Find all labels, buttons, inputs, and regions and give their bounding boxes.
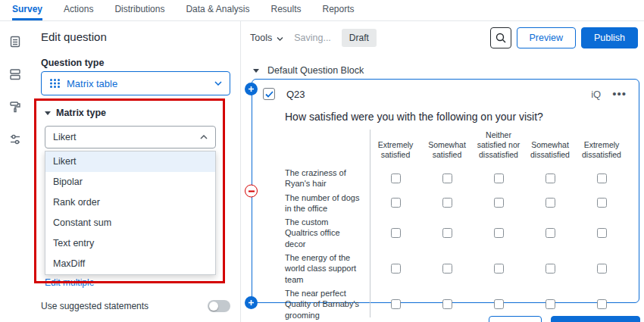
icon-rail <box>0 21 30 322</box>
remove-question-button[interactable] <box>245 185 258 198</box>
matrix-checkbox[interactable] <box>597 228 607 238</box>
search-button[interactable] <box>490 27 511 48</box>
matrix-cell <box>576 166 627 191</box>
matrix-cell <box>421 166 473 191</box>
matrix-type-option-bipolar[interactable]: Bipolar <box>45 172 215 192</box>
toggle-knob <box>209 302 218 311</box>
qualtrics-survey-editor: SurveyActionsDistributionsData & Analysi… <box>0 0 644 322</box>
matrix-statement[interactable]: The energy of the world class support te… <box>285 251 370 286</box>
minus-icon <box>249 190 255 192</box>
matrix-type-option-likert[interactable]: Likert <box>45 152 215 172</box>
question-type-label: Question type <box>41 58 104 68</box>
top-nav: SurveyActionsDistributionsData & Analysi… <box>0 0 644 21</box>
matrix-statement[interactable]: The custom Qualtrics office decor <box>285 215 370 251</box>
matrix-cell <box>370 215 421 251</box>
matrix-checkbox[interactable] <box>494 264 504 274</box>
matrix-checkbox[interactable] <box>391 264 401 274</box>
matrix-type-select[interactable]: Likert <box>45 126 216 148</box>
search-icon <box>496 33 506 43</box>
matrix-checkbox[interactable] <box>546 299 555 309</box>
survey-options-icon[interactable] <box>5 130 25 149</box>
matrix-checkbox[interactable] <box>494 299 504 309</box>
matrix-corner-cell <box>285 130 370 166</box>
toolbar-right: Preview Publish <box>490 27 638 48</box>
matrix-statement[interactable]: The near perfect Quality of Barnaby's gr… <box>285 286 370 322</box>
matrix-type-option-rank-order[interactable]: Rank order <box>45 192 215 213</box>
matrix-checkbox[interactable] <box>391 198 401 208</box>
add-new-question-button-clipped[interactable] <box>551 316 640 322</box>
saving-status: Saving... <box>294 33 331 43</box>
matrix-cell <box>524 166 576 191</box>
question-block-header: Default Question Block <box>253 65 364 76</box>
matrix-statement[interactable]: The number of dogs in the office <box>285 191 370 216</box>
matrix-checkbox[interactable] <box>597 198 607 208</box>
matrix-checkbox[interactable] <box>391 228 401 238</box>
question-text[interactable]: How satisfied were you with the followin… <box>285 111 627 123</box>
matrix-checkbox[interactable] <box>442 228 452 238</box>
matrix-column-header[interactable]: Neither satisfied nor dissatisfied <box>473 130 524 166</box>
tools-menu-button[interactable]: Tools <box>250 33 283 43</box>
matrix-column-header[interactable]: Somewhat satisfied <box>421 130 473 166</box>
matrix-cell <box>421 191 473 216</box>
nav-reports[interactable]: Reports <box>322 0 354 20</box>
matrix-checkbox[interactable] <box>494 174 504 183</box>
matrix-column-header[interactable]: Somewhat dissatisfied <box>524 130 576 166</box>
matrix-cell <box>524 191 576 216</box>
matrix-checkbox[interactable] <box>597 264 607 274</box>
question-card[interactable]: Q23 iQ ••• How satisfied were you with t… <box>252 79 639 303</box>
question-type-select[interactable]: Matrix table <box>41 71 230 95</box>
question-card-header: Q23 iQ ••• <box>252 80 639 100</box>
blocks-icon[interactable] <box>5 64 25 84</box>
look-and-feel-icon[interactable] <box>5 97 25 117</box>
question-menu-button[interactable]: ••• <box>612 90 627 98</box>
nav-results[interactable]: Results <box>270 0 301 20</box>
suggested-statements-toggle[interactable] <box>208 300 230 312</box>
matrix-checkbox[interactable] <box>442 299 452 309</box>
block-collapse-caret-icon[interactable] <box>253 69 259 73</box>
matrix-checkbox[interactable] <box>546 198 555 208</box>
nav-data-analysis[interactable]: Data & Analysis <box>186 0 249 20</box>
matrix-statement[interactable]: The craziness of Ryan's hair <box>285 166 370 191</box>
matrix-column-header[interactable]: Extremely satisfied <box>370 130 421 166</box>
matrix-checkbox[interactable] <box>546 174 555 183</box>
matrix-type-option-maxdiff[interactable]: MaxDiff <box>45 254 215 274</box>
matrix-checkbox[interactable] <box>442 174 452 183</box>
iq-badge: iQ <box>591 89 601 100</box>
matrix-checkbox[interactable] <box>597 174 607 183</box>
matrix-checkbox[interactable] <box>546 228 555 238</box>
caret-down-icon <box>45 111 51 115</box>
matrix-type-value: Likert <box>53 132 77 142</box>
suggested-statements-row: Use suggested statements <box>41 300 230 312</box>
matrix-checkbox[interactable] <box>442 264 452 274</box>
matrix-checkbox[interactable] <box>546 264 555 274</box>
matrix-type-option-constant-sum[interactable]: Constant sum <box>45 213 215 233</box>
matrix-checkbox[interactable] <box>442 198 452 208</box>
chevron-up-icon <box>200 135 208 139</box>
matrix-type-section-header[interactable]: Matrix type <box>45 108 106 118</box>
add-question-above-button[interactable] <box>245 83 258 95</box>
check-icon <box>265 91 274 98</box>
tools-label: Tools <box>250 33 272 43</box>
preview-button[interactable]: Preview <box>517 27 576 48</box>
nav-distributions[interactable]: Distributions <box>114 0 164 20</box>
publish-button[interactable]: Publish <box>581 27 638 48</box>
survey-builder-icon[interactable] <box>5 32 25 52</box>
add-question-below-button[interactable] <box>245 296 258 309</box>
matrix-column-header[interactable]: Extremely dissatisfied <box>576 130 627 166</box>
matrix-checkbox[interactable] <box>391 174 401 183</box>
matrix-type-option-text-entry[interactable]: Text entry <box>45 233 215 254</box>
matrix-checkbox[interactable] <box>494 228 504 238</box>
matrix-checkbox[interactable] <box>391 299 401 309</box>
nav-actions[interactable]: Actions <box>64 0 93 20</box>
edit-multiple-link[interactable]: Edit multiple <box>45 277 94 288</box>
edit-question-panel: Edit question Question type Matrix table… <box>30 21 241 322</box>
matrix-cell <box>473 191 524 216</box>
matrix-checkbox[interactable] <box>597 299 607 309</box>
question-select-checkbox[interactable] <box>263 88 275 100</box>
matrix-table-icon <box>49 78 61 89</box>
nav-survey[interactable]: Survey <box>12 0 42 20</box>
import-from-library-button-clipped[interactable] <box>489 316 542 322</box>
question-id: Q23 <box>286 89 305 100</box>
matrix-table: Extremely satisfiedSomewhat satisfiedNei… <box>285 130 639 322</box>
matrix-checkbox[interactable] <box>494 198 504 208</box>
